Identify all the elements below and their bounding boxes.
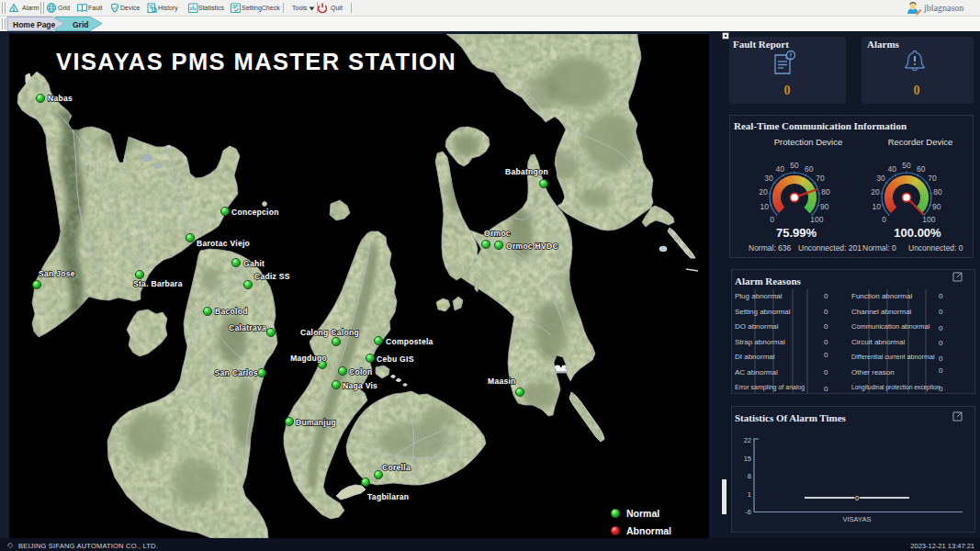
svg-text:0: 0 [824, 368, 828, 377]
svg-text:75.99%: 75.99% [776, 226, 817, 240]
svg-text:AC abnormal: AC abnormal [735, 368, 778, 377]
svg-text:Normal: 0: Normal: 0 [862, 243, 896, 253]
svg-text:Unconnected: 0: Unconnected: 0 [908, 243, 963, 253]
svg-text:0: 0 [914, 84, 920, 97]
svg-text:Colon: Colon [349, 367, 373, 377]
svg-text:0: 0 [939, 292, 943, 300]
svg-text:50: 50 [902, 161, 911, 170]
svg-text:60: 60 [917, 164, 926, 174]
svg-text:70: 70 [928, 174, 937, 183]
svg-text:15: 15 [744, 455, 751, 463]
svg-text:Cebu GIS: Cebu GIS [377, 354, 414, 364]
svg-text:Alarms: Alarms [867, 39, 900, 50]
svg-text:Barotac Viejo: Barotac Viejo [197, 239, 250, 248]
svg-text:Naga Vis: Naga Vis [343, 381, 377, 390]
svg-text:Differential current abnormal: Differential current abnormal [851, 353, 935, 361]
svg-text:DO abnormal: DO abnormal [735, 322, 779, 331]
svg-text:Plug abnormal: Plug abnormal [735, 292, 783, 300]
svg-text:Other reason: Other reason [851, 368, 895, 377]
svg-text:10: 10 [760, 202, 769, 211]
svg-text:Fault Report: Fault Report [733, 39, 789, 50]
svg-text:Bacolod: Bacolod [215, 307, 248, 316]
svg-text:0: 0 [770, 215, 774, 224]
svg-text:Longitudinal protection except: Longitudinal protection exception [851, 384, 941, 391]
svg-text:50: 50 [790, 161, 799, 170]
svg-text:0: 0 [939, 339, 943, 347]
svg-text:Concepcion: Concepcion [231, 208, 279, 217]
svg-text:DI abnormal: DI abnormal [735, 353, 775, 361]
svg-text:Normal: Normal [626, 508, 659, 519]
svg-text:Cadiz SS: Cadiz SS [254, 272, 290, 281]
svg-text:VISAYAS: VISAYAS [843, 515, 872, 523]
svg-text:Nabas: Nabas [48, 94, 73, 103]
svg-text:0: 0 [824, 338, 828, 346]
svg-text:Normal: 636: Normal: 636 [749, 243, 792, 253]
svg-text:Setting abnormal: Setting abnormal [735, 308, 791, 316]
svg-text:Recorder Device: Recorder Device [888, 137, 953, 147]
svg-text:Corella: Corella [382, 463, 411, 472]
svg-text:0: 0 [824, 351, 828, 359]
svg-text:22: 22 [744, 436, 751, 444]
svg-text:20: 20 [759, 187, 768, 197]
svg-text:Maasin: Maasin [488, 377, 516, 386]
svg-text:Statistics Of Alarm Times: Statistics Of Alarm Times [735, 412, 847, 423]
svg-text:Unconnected: 201: Unconnected: 201 [798, 243, 862, 253]
svg-text:30: 30 [876, 174, 885, 183]
svg-text:0: 0 [824, 322, 828, 331]
svg-text:100: 100 [810, 215, 823, 224]
svg-text:Alarm Reasons: Alarm Reasons [735, 276, 802, 287]
svg-text:0: 0 [939, 354, 943, 363]
svg-text:VISAYAS PMS MASTER STATION: VISAYAS PMS MASTER STATION [56, 49, 456, 74]
svg-text:0: 0 [855, 494, 859, 502]
svg-text:Calatrava: Calatrava [229, 323, 266, 332]
svg-text:Communication abnormal: Communication abnormal [851, 322, 930, 331]
svg-text:0: 0 [939, 308, 943, 316]
svg-text:San Jose: San Jose [39, 269, 75, 278]
svg-text:Tagbilaran: Tagbilaran [367, 492, 409, 501]
svg-text:0: 0 [882, 215, 886, 224]
svg-text:Strap abnormal: Strap abnormal [735, 338, 785, 346]
svg-text:0: 0 [824, 385, 828, 393]
svg-text:70: 70 [816, 174, 825, 183]
svg-text:San Carlos: San Carlos [215, 368, 258, 377]
svg-text:Real-Time Communication Inform: Real-Time Communication Information [734, 120, 907, 131]
svg-text:Calong Calong: Calong Calong [300, 328, 359, 337]
svg-text:0: 0 [939, 324, 943, 332]
svg-text:40: 40 [888, 164, 897, 174]
svg-text:Babatngon: Babatngon [505, 167, 548, 176]
svg-text:90: 90 [932, 202, 941, 211]
svg-text:0: 0 [824, 308, 828, 316]
svg-text:Ormoc HVDC: Ormoc HVDC [506, 242, 558, 251]
svg-text:Error sampling of analog: Error sampling of analog [735, 384, 805, 391]
svg-text:Protection Device: Protection Device [774, 137, 842, 147]
svg-text:90: 90 [820, 202, 829, 211]
svg-text:Function abnormal: Function abnormal [851, 292, 912, 300]
svg-text:0: 0 [824, 292, 828, 300]
svg-text:100.00%: 100.00% [894, 226, 941, 240]
svg-text:80: 80 [821, 187, 830, 197]
svg-text:30: 30 [764, 174, 773, 183]
svg-text:Dumanjug: Dumanjug [296, 418, 336, 427]
svg-text:0: 0 [939, 385, 943, 393]
svg-text:10: 10 [872, 202, 881, 211]
svg-text:40: 40 [776, 164, 785, 174]
svg-text:8: 8 [748, 472, 751, 480]
svg-text:Circuit abnormal: Circuit abnormal [851, 338, 905, 346]
svg-text:Compostela: Compostela [386, 337, 434, 346]
svg-text:0: 0 [784, 84, 791, 97]
svg-text:Channel abnormal: Channel abnormal [851, 308, 912, 316]
svg-text:1: 1 [748, 490, 751, 499]
svg-text:20: 20 [871, 187, 880, 197]
svg-text:0: 0 [939, 366, 943, 375]
svg-text:Ormoc: Ormoc [484, 229, 511, 238]
svg-text:60: 60 [805, 164, 814, 174]
svg-text:Sta. Barbara: Sta. Barbara [133, 279, 183, 288]
svg-text:-6: -6 [745, 508, 751, 516]
svg-text:Abnormal: Abnormal [626, 525, 671, 536]
svg-text:Gahit: Gahit [243, 259, 265, 268]
svg-text:100: 100 [922, 215, 935, 224]
svg-text:80: 80 [933, 187, 942, 197]
svg-text:Magdugo: Magdugo [290, 354, 327, 363]
